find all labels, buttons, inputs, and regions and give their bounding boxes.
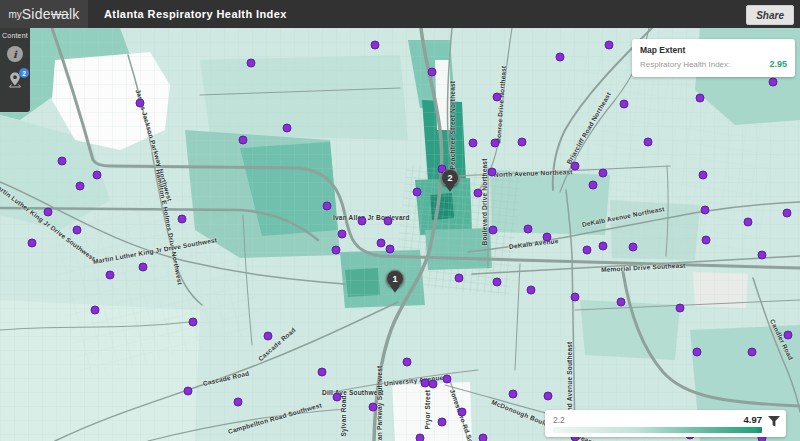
data-point[interactable] (139, 263, 148, 272)
data-point[interactable] (589, 181, 598, 190)
data-point[interactable] (493, 278, 502, 287)
map-marker-2[interactable]: 2 (441, 169, 459, 187)
data-point[interactable] (189, 318, 198, 327)
data-point[interactable] (106, 271, 115, 280)
data-point[interactable] (413, 188, 422, 197)
data-point[interactable] (469, 139, 478, 148)
share-button[interactable]: Share (746, 5, 794, 25)
data-point[interactable] (318, 368, 327, 377)
data-point[interactable] (247, 59, 256, 68)
logo-lk: lk (69, 6, 80, 22)
range-slider-track[interactable] (553, 427, 762, 433)
data-point[interactable] (377, 239, 386, 248)
data-point[interactable] (323, 202, 332, 211)
data-point[interactable] (605, 41, 614, 50)
page-title: Atlanta Respiratory Health Index (104, 8, 287, 20)
data-point[interactable] (438, 418, 447, 427)
data-point[interactable] (696, 94, 705, 103)
data-point[interactable] (543, 233, 552, 242)
data-point[interactable] (748, 348, 757, 357)
data-point[interactable] (338, 230, 347, 239)
data-point[interactable] (369, 403, 378, 412)
data-point[interactable] (571, 162, 580, 171)
logo-wa: wa (51, 6, 69, 22)
info-icon[interactable]: i (7, 46, 23, 62)
data-point[interactable] (518, 138, 527, 147)
map-extent-title: Map Extent (640, 45, 787, 55)
map-marker-1[interactable]: 1 (386, 270, 404, 288)
data-point[interactable] (699, 171, 708, 180)
slider-min-value: 2.2 (553, 415, 565, 425)
data-point[interactable] (93, 171, 102, 180)
data-point[interactable] (644, 138, 653, 147)
data-point[interactable] (599, 169, 608, 178)
data-point[interactable] (28, 239, 37, 248)
data-point[interactable] (455, 274, 464, 283)
data-point[interactable] (283, 124, 292, 133)
data-point[interactable] (184, 387, 193, 396)
data-point[interactable] (333, 393, 342, 402)
data-point[interactable] (479, 434, 488, 441)
data-point[interactable] (58, 157, 67, 166)
data-point[interactable] (783, 209, 792, 218)
metric-value: 2.95 (769, 59, 787, 69)
data-point[interactable] (509, 390, 518, 399)
data-point[interactable] (744, 218, 753, 227)
street-label: Boulevard Drive Northeast (481, 159, 488, 246)
data-point[interactable] (332, 246, 341, 255)
data-point[interactable] (178, 215, 187, 224)
data-point[interactable] (136, 99, 145, 108)
data-point[interactable] (386, 245, 395, 254)
data-point[interactable] (556, 53, 565, 62)
data-point[interactable] (428, 68, 437, 77)
funnel-icon (768, 416, 780, 427)
data-point[interactable] (416, 434, 425, 441)
data-point[interactable] (620, 100, 629, 109)
data-point[interactable] (489, 226, 498, 235)
data-point[interactable] (264, 332, 273, 341)
data-point[interactable] (676, 304, 685, 313)
data-point[interactable] (493, 93, 502, 102)
data-point[interactable] (784, 331, 793, 340)
metric-label: Respiratory Health Index: (640, 60, 730, 69)
data-point[interactable] (76, 182, 85, 191)
content-label: Content (2, 32, 28, 39)
data-point[interactable] (527, 286, 536, 295)
logo-side: Side (22, 6, 51, 22)
data-point[interactable] (44, 208, 53, 217)
data-point[interactable] (474, 189, 483, 198)
data-point[interactable] (599, 242, 608, 251)
data-point[interactable] (617, 298, 626, 307)
data-point[interactable] (371, 41, 380, 50)
filter-funnel-button[interactable] (762, 414, 780, 433)
data-point[interactable] (629, 243, 638, 252)
data-point[interactable] (458, 408, 467, 417)
data-point[interactable] (358, 217, 367, 226)
data-point[interactable] (769, 78, 778, 87)
street-label: Dill Ave Southwest (322, 389, 384, 396)
data-point[interactable] (524, 225, 533, 234)
data-point[interactable] (443, 375, 452, 384)
data-point[interactable] (488, 168, 497, 177)
street-label: Pryor Street (424, 390, 431, 430)
data-point[interactable] (403, 358, 412, 367)
mysidewalk-logo[interactable]: mySidewalk (0, 0, 88, 28)
data-point[interactable] (693, 348, 702, 357)
data-point[interactable] (384, 217, 393, 226)
data-point[interactable] (571, 293, 580, 302)
data-point[interactable] (544, 392, 553, 401)
street-label: Ivan Allen Jr Boulevard (333, 214, 410, 221)
data-point[interactable] (491, 139, 500, 148)
filter-slider-panel: 2.2 4.97 (545, 410, 786, 437)
data-point[interactable] (701, 206, 710, 215)
data-point[interactable] (429, 380, 438, 389)
data-point[interactable] (758, 251, 767, 260)
layers-pin-button[interactable]: 2 (7, 71, 23, 92)
data-point[interactable] (239, 136, 248, 145)
data-point[interactable] (702, 236, 711, 245)
header-bar: mySidewalk Atlanta Respiratory Health In… (0, 0, 800, 28)
data-point[interactable] (583, 246, 592, 255)
data-point[interactable] (73, 226, 82, 235)
data-point[interactable] (234, 398, 243, 407)
data-point[interactable] (91, 306, 100, 315)
